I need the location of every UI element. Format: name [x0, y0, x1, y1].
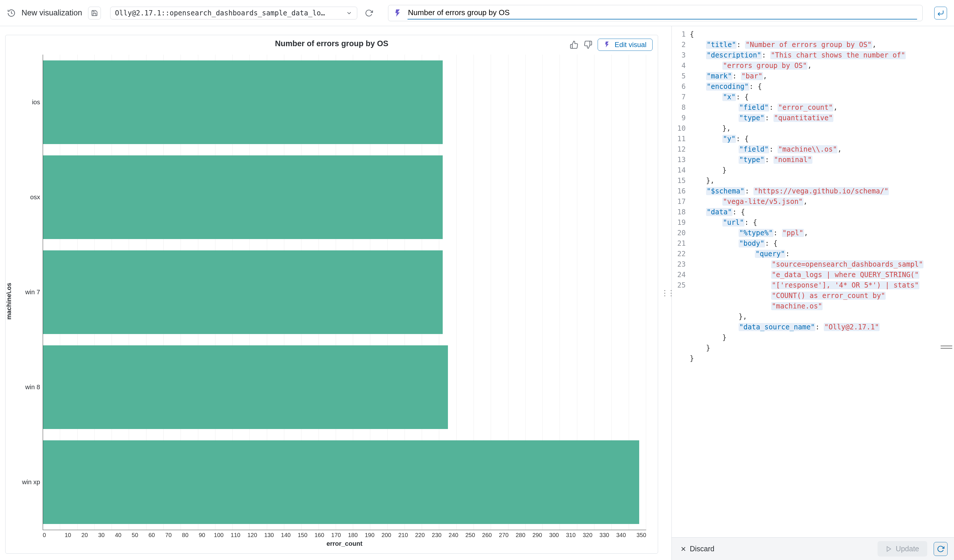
x-tick: 150 — [294, 532, 311, 538]
x-tick: 260 — [479, 532, 495, 538]
bar-row: win 7 — [43, 244, 646, 339]
bar-row: osx — [43, 149, 646, 244]
x-tick: 340 — [613, 532, 630, 538]
bar-row: win 8 — [43, 340, 646, 435]
query-input[interactable] — [407, 6, 917, 19]
datasource-value: Olly@2.17.1::opensearch_dashboards_sampl… — [115, 9, 342, 17]
svg-marker-2 — [887, 546, 891, 551]
x-tick: 50 — [126, 532, 143, 538]
x-tick: 90 — [193, 532, 210, 538]
x-tick: 160 — [311, 532, 328, 538]
x-axis-label: error_count — [326, 540, 362, 548]
x-tick: 10 — [59, 532, 76, 538]
code-content[interactable]: {"title": "Number of errors group by OS"… — [690, 29, 954, 537]
y-axis: machine\.os — [11, 54, 43, 548]
x-tick: 130 — [261, 532, 277, 538]
run-query-button[interactable] — [934, 7, 947, 19]
pane-splitter[interactable]: ⋮⋮ — [663, 26, 672, 560]
bar[interactable] — [43, 61, 443, 144]
edit-visual-button[interactable]: Edit visual — [598, 39, 653, 51]
x-tick: 140 — [277, 532, 294, 538]
x-axis-ticks: 0102030405060708090100110120130140150160… — [43, 532, 646, 538]
editor-footer: Discard Update — [672, 537, 954, 560]
discard-label: Discard — [690, 544, 714, 553]
x-tick: 320 — [579, 532, 596, 538]
query-bar — [388, 5, 923, 21]
bar[interactable] — [43, 156, 443, 239]
plot[interactable]: iososxwin 7win 8win xp — [43, 54, 646, 530]
x-tick: 300 — [546, 532, 563, 538]
x-tick: 20 — [76, 532, 93, 538]
update-label: Update — [896, 544, 919, 553]
x-tick: 80 — [177, 532, 193, 538]
category-label: win 8 — [11, 383, 40, 391]
bar[interactable] — [43, 250, 443, 334]
bar-row: win xp — [43, 435, 646, 530]
datasource-select[interactable]: Olly@2.17.1::opensearch_dashboards_sampl… — [110, 7, 357, 19]
x-tick: 210 — [395, 532, 412, 538]
edit-visual-label: Edit visual — [615, 40, 647, 49]
x-tick: 220 — [412, 532, 429, 538]
save-button[interactable] — [88, 7, 101, 19]
x-tick: 310 — [563, 532, 579, 538]
category-label: osx — [11, 193, 40, 201]
x-tick: 60 — [143, 532, 160, 538]
page-title: New visualization — [22, 8, 82, 17]
x-tick: 180 — [344, 532, 361, 538]
minimap-icon — [941, 345, 952, 348]
x-tick: 100 — [210, 532, 227, 538]
x-tick: 30 — [93, 532, 110, 538]
x-tick: 170 — [327, 532, 344, 538]
x-tick: 330 — [596, 532, 613, 538]
x-axis: 0102030405060708090100110120130140150160… — [43, 530, 646, 548]
x-tick: 250 — [462, 532, 479, 538]
y-axis-label: machine\.os — [5, 283, 13, 319]
x-tick: 40 — [110, 532, 127, 538]
x-tick: 110 — [227, 532, 244, 538]
x-tick: 270 — [495, 532, 512, 538]
x-tick: 350 — [630, 532, 647, 538]
editor-refresh-button[interactable] — [934, 542, 948, 556]
top-toolbar: New visualization Olly@2.17.1::opensearc… — [0, 0, 954, 26]
visualization-card: Number of errors group by OS Edit visual — [5, 35, 658, 554]
update-button[interactable]: Update — [878, 541, 927, 557]
bar[interactable] — [43, 345, 448, 429]
line-number-gutter: 1234567891011121314151617181920212223242… — [672, 29, 690, 537]
x-tick: 190 — [361, 532, 378, 538]
x-tick: 230 — [428, 532, 445, 538]
bar-row: ios — [43, 54, 646, 149]
chart-title: Number of errors group by OS — [275, 39, 388, 48]
datasource-refresh-icon[interactable] — [364, 8, 374, 18]
chevron-down-icon — [346, 10, 352, 16]
edit-visual-icon — [604, 41, 611, 48]
bar[interactable] — [43, 440, 639, 524]
category-label: ios — [11, 98, 40, 106]
category-label: win 7 — [11, 288, 40, 296]
history-icon[interactable] — [7, 9, 16, 17]
x-tick: 0 — [43, 532, 59, 538]
x-tick: 120 — [244, 532, 261, 538]
editor-pane: 1234567891011121314151617181920212223242… — [672, 26, 954, 560]
category-label: win xp — [11, 478, 40, 486]
x-tick: 280 — [512, 532, 529, 538]
chart-area: machine\.os iososxwin 7win 8win xp 01020… — [6, 52, 658, 553]
x-tick: 200 — [378, 532, 395, 538]
visualization-header-actions: Edit visual — [570, 39, 653, 51]
assistant-icon[interactable] — [394, 9, 402, 17]
code-editor[interactable]: 1234567891011121314151617181920212223242… — [672, 26, 954, 537]
discard-button[interactable]: Discard — [678, 544, 716, 553]
plot-holder: iososxwin 7win 8win xp 01020304050607080… — [43, 54, 646, 548]
thumbs-down-icon[interactable] — [584, 40, 592, 49]
x-tick: 70 — [160, 532, 177, 538]
thumbs-up-icon[interactable] — [570, 40, 578, 49]
visualization-header: Number of errors group by OS Edit visual — [6, 35, 658, 52]
x-tick: 290 — [529, 532, 546, 538]
x-tick: 240 — [445, 532, 462, 538]
visualization-pane: Number of errors group by OS Edit visual — [0, 26, 663, 560]
main-split: Number of errors group by OS Edit visual — [0, 26, 954, 560]
play-icon — [886, 546, 892, 552]
